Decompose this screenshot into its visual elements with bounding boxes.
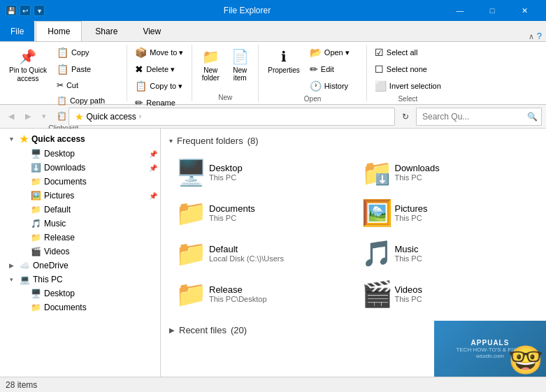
up-button[interactable]: ↑ [53, 110, 66, 124]
quick-access-toolbar-dropdown[interactable]: ▾ [34, 5, 45, 16]
sidebar-item-pictures[interactable]: 🖼️ Pictures 📌 [0, 189, 160, 203]
sidebar-item-release[interactable]: 📁 Release [0, 231, 160, 245]
sidebar-item-videos[interactable]: 🎬 Videos [0, 245, 160, 259]
recent-files-header[interactable]: ▶ Recent files (20) [169, 324, 538, 337]
thispc-expand: ▾ [6, 276, 17, 283]
open-label: Open [263, 94, 362, 103]
copy-to-button[interactable]: 📋 Copy to ▾ [131, 78, 187, 94]
tab-file[interactable]: File [0, 21, 34, 41]
folder-item-videos[interactable]: 🎬 Videos This PC [355, 275, 538, 312]
tab-share[interactable]: Share [83, 21, 129, 41]
main-area: ▾ ★ Quick access 🖥️ Desktop 📌 ⬇️ Downloa… [0, 129, 546, 377]
select-none-icon: ☐ [375, 64, 384, 75]
cut-button[interactable]: ✂ Cut [53, 78, 122, 92]
copy-to-label: Copy to ▾ [150, 82, 182, 91]
select-all-label: Select all [387, 48, 418, 57]
close-button[interactable]: ✕ [508, 0, 540, 21]
folder-item-pictures[interactable]: 🖼️ Pictures This PC [355, 194, 538, 231]
move-to-button[interactable]: 📦 Move to ▾ [131, 45, 187, 60]
folder-item-release[interactable]: 📁 Release This PC\Desktop [169, 275, 352, 312]
onedrive-icon: ☁️ [20, 261, 30, 270]
release-folder-sub: This PC\Desktop [209, 295, 267, 303]
invert-selection-button[interactable]: ⬜ Invert selection [371, 78, 445, 94]
sidebar-item-thispc[interactable]: ▾ 💻 This PC [0, 273, 160, 286]
music-folder-name: Music [395, 244, 422, 254]
downloads-folder-icon-wrap: 📁 ⬇️ [361, 158, 389, 186]
maximize-button[interactable]: □ [476, 0, 508, 21]
recent-chevron-icon: ▶ [169, 326, 175, 334]
address-bar[interactable]: ★ Quick access › [69, 108, 396, 126]
back-button[interactable]: ◀ [4, 109, 18, 124]
search-wrapper: 🔍 [416, 108, 542, 126]
minimize-button[interactable]: — [444, 0, 476, 21]
folder-item-default[interactable]: 📁 Default Local Disk (C:\)\Users [169, 234, 352, 272]
quick-access-toolbar-icon1[interactable]: 💾 [6, 5, 17, 16]
sidebar-item-downloads[interactable]: ⬇️ Downloads 📌 [0, 161, 160, 175]
recent-locations-button[interactable]: ▾ [38, 109, 50, 124]
properties-button[interactable]: ℹ Properties [263, 45, 305, 78]
sidebar-item-onedrive[interactable]: ▶ ☁️ OneDrive [0, 259, 160, 273]
sidebar-item-quick-access[interactable]: ▾ ★ Quick access [0, 131, 160, 147]
pin-icon: 📌 [149, 150, 157, 158]
documents-folder-info: Documents This PC [209, 203, 255, 222]
ribbon-info-icon[interactable]: ? [537, 31, 542, 41]
default-folder-icon-wrap: 📁 [175, 239, 203, 267]
release-folder-icon: 📁 [175, 280, 207, 308]
tab-view[interactable]: View [131, 21, 173, 41]
select-all-button[interactable]: ☑ Select all [371, 45, 445, 60]
quick-access-star-icon: ★ [75, 111, 84, 122]
paste-button[interactable]: 📋 Paste [53, 61, 122, 77]
downloads-icon: ⬇️ [31, 163, 41, 173]
ribbon-collapse-chevron[interactable]: ∧ [529, 32, 534, 41]
quick-access-toolbar-icon2[interactable]: ↩ [20, 5, 31, 16]
paste-label: Paste [71, 65, 91, 73]
desktop-folder-info: Desktop This PC [209, 163, 243, 182]
downloads-folder-name: Downloads [395, 163, 440, 173]
pictures-pin-icon: 📌 [149, 192, 157, 200]
folder-item-documents[interactable]: 📁 Documents This PC [169, 194, 352, 231]
search-input[interactable] [416, 108, 542, 126]
copy-button[interactable]: 📋 Copy [53, 45, 122, 60]
ribbon-group-open: ℹ Properties 📂 Open ▾ ✏ Edit 🕐 History O… [259, 45, 367, 101]
properties-icon: ℹ [281, 48, 287, 65]
edit-button[interactable]: ✏ Edit [306, 61, 362, 77]
history-button[interactable]: 🕐 History [306, 78, 362, 94]
copy-path-button[interactable]: 📋 Copy path [53, 94, 122, 108]
sidebar-item-pc-desktop[interactable]: 🖥️ Desktop [0, 286, 160, 300]
documents-label: Documents [44, 177, 87, 187]
cut-label: Cut [66, 81, 78, 89]
delete-button[interactable]: ✖ Delete ▾ [131, 61, 187, 77]
sidebar-item-desktop[interactable]: 🖥️ Desktop 📌 [0, 147, 160, 161]
pc-desktop-icon: 🖥️ [31, 289, 41, 298]
frequent-folders-header[interactable]: ▾ Frequent folders (8) [169, 134, 538, 147]
breadcrumb-quick-access[interactable]: Quick access [87, 112, 136, 122]
default-icon: 📁 [31, 205, 41, 215]
title-icons: 💾 ↩ ▾ [6, 5, 45, 16]
refresh-button[interactable]: ↻ [398, 109, 413, 124]
new-folder-button[interactable]: 📁 Newfolder [196, 45, 224, 85]
select-none-button[interactable]: ☐ Select none [371, 61, 445, 77]
videos-folder-name: Videos [395, 284, 423, 295]
rename-label: Rename [146, 99, 175, 107]
pin-to-quick-access-button[interactable]: 📌 Pin to Quickaccess [4, 45, 52, 87]
downloads-pin-icon: 📌 [149, 164, 157, 172]
recent-count: (20) [231, 325, 247, 335]
sidebar-item-default[interactable]: 📁 Default [0, 203, 160, 217]
folder-item-music[interactable]: 🎵 Music This PC [355, 234, 538, 272]
pictures-icon: 🖼️ [31, 191, 41, 201]
folder-item-desktop[interactable]: 🖥️ Desktop This PC [169, 153, 352, 191]
sidebar-item-documents[interactable]: 📁 Documents [0, 175, 160, 189]
forward-button[interactable]: ▶ [21, 109, 35, 124]
move-to-icon: 📦 [135, 47, 147, 58]
sidebar-item-pc-documents[interactable]: 📁 Documents [0, 300, 160, 314]
downloads-badge-icon: ⬇️ [375, 173, 389, 186]
folder-item-downloads[interactable]: 📁 ⬇️ Downloads This PC [355, 153, 538, 191]
tab-home[interactable]: Home [36, 21, 82, 41]
documents-folder-name: Documents [209, 203, 255, 214]
new-item-button[interactable]: 📄 Newitem [226, 45, 254, 85]
titlebar: 💾 ↩ ▾ File Explorer — □ ✕ [0, 0, 546, 21]
onedrive-label: OneDrive [33, 261, 69, 270]
default-folder-sub: Local Disk (C:\)\Users [209, 254, 284, 263]
sidebar-item-music[interactable]: 🎵 Music [0, 217, 160, 231]
open-button[interactable]: 📂 Open ▾ [306, 45, 362, 60]
